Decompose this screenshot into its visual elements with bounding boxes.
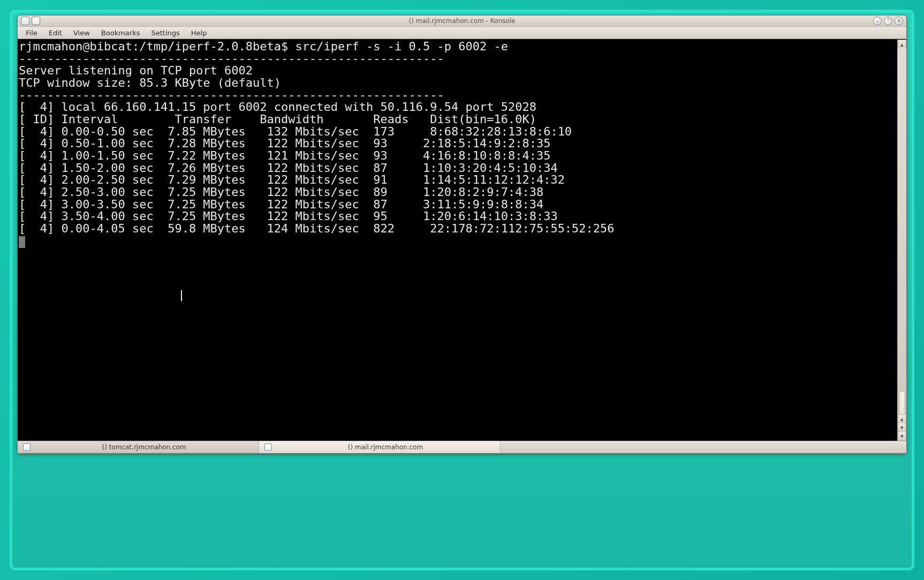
menu-bookmarks[interactable]: Bookmarks xyxy=(96,28,145,38)
maximize-button[interactable]: ⌃ xyxy=(884,17,892,25)
terminal-window: () mail.rjmcmahon.com - Konsole ⌄ ⌃ × Fi… xyxy=(17,15,907,454)
pin-icon[interactable] xyxy=(32,17,40,25)
menu-view[interactable]: View xyxy=(69,28,95,38)
terminal-output[interactable]: rjmcmahon@bibcat:/tmp/iperf-2.0.8beta$ s… xyxy=(18,40,897,441)
tab-bar: () tomcat.rjmcmahon.com () mail.rjmcmaho… xyxy=(18,441,906,453)
menu-settings[interactable]: Settings xyxy=(146,28,184,38)
scrollbar[interactable]: ▴ ▴ ▾ ▾ xyxy=(897,40,906,441)
menu-file[interactable]: File xyxy=(21,28,42,38)
window-titlebar[interactable]: () mail.rjmcmahon.com - Konsole ⌄ ⌃ × xyxy=(18,16,906,27)
block-cursor xyxy=(19,236,25,248)
app-icon xyxy=(21,17,29,25)
terminal-tab-icon xyxy=(264,443,272,451)
scroll-down2-icon[interactable]: ▾ xyxy=(898,431,906,441)
tab-label: () mail.rjmcmahon.com xyxy=(276,444,495,450)
tab-label: () tomcat.rjmcmahon.com xyxy=(35,444,253,450)
minimize-button[interactable]: ⌄ xyxy=(873,17,882,25)
window-title: () mail.rjmcmahon.com - Konsole xyxy=(18,18,906,24)
close-button[interactable]: × xyxy=(895,17,903,25)
tab-mail[interactable]: () mail.rjmcmahon.com xyxy=(259,441,501,453)
text-caret xyxy=(181,290,182,301)
menu-bar: File Edit View Bookmarks Settings Help xyxy=(18,27,906,39)
tab-tomcat[interactable]: () tomcat.rjmcmahon.com xyxy=(18,441,259,453)
menu-help[interactable]: Help xyxy=(186,28,212,38)
scrollbar-track[interactable] xyxy=(898,48,906,415)
terminal-tab-icon xyxy=(23,443,31,451)
menu-edit[interactable]: Edit xyxy=(44,28,67,38)
